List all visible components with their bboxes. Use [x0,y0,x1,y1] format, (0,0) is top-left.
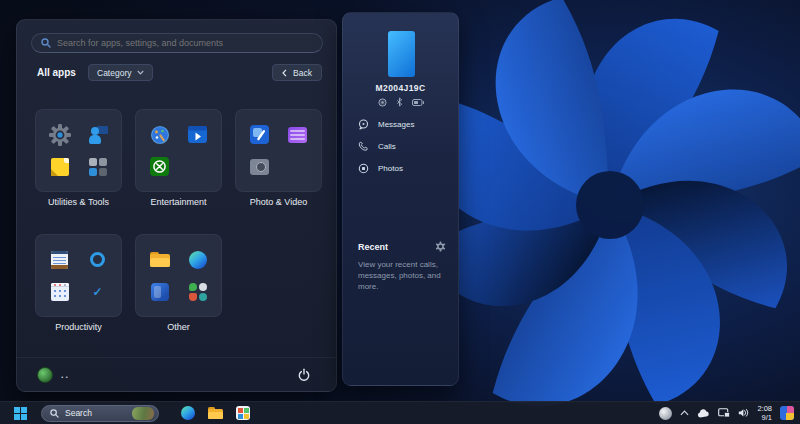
more-utilities-icons [86,155,110,179]
tile-label: Utilities & Tools [35,197,122,207]
taskbar-search[interactable]: Search [41,405,159,422]
battery-icon [412,99,424,106]
file-explorer-icon [148,248,172,272]
weather-tray-icon[interactable] [659,407,672,420]
signal-icon [378,98,387,107]
bing-daily-image-icon[interactable] [132,407,154,420]
start-button[interactable] [9,405,31,422]
quick-assist-icon [86,123,110,147]
taskbar-store-icon[interactable] [236,406,250,420]
phone-status-row [343,97,458,107]
photo-icon [358,163,369,174]
volume-icon[interactable] [738,408,749,418]
recent-header: Recent [358,241,446,252]
category-tile-entertainment[interactable] [135,109,222,192]
tile-label: Entertainment [135,197,222,207]
phone-icon [358,141,369,152]
phone-menu-label: Messages [378,120,414,129]
phone-menu-label: Photos [378,164,403,173]
tile-label: Other [135,322,222,332]
clock-time: 2:08 [757,404,772,413]
device-name: M2004J19C [343,83,458,93]
user-name[interactable]: .. [61,370,70,380]
chevron-down-icon [137,70,144,75]
search-icon [50,409,59,418]
phone-device-icon [388,31,415,77]
phone-menu-photos[interactable]: Photos [343,157,458,179]
category-tile-productivity[interactable]: ✓ [35,234,122,317]
category-tile-utilities-tools[interactable] [35,109,122,192]
cortana-icon [86,248,110,272]
corner-app-icon[interactable] [780,406,794,420]
category-dropdown[interactable]: Category [88,64,153,81]
hidden-icons-chevron[interactable] [680,410,689,416]
paint-icon [148,123,172,147]
clock-date: 9/1 [757,413,772,422]
search-icon [41,38,51,48]
onedrive-cloud-icon[interactable] [697,409,710,418]
calendar-icon [48,280,72,304]
tile-label: Photo & Video [235,197,322,207]
back-button[interactable]: Back [272,64,322,81]
edge-icon [186,248,210,272]
cast-display-icon[interactable] [718,408,730,418]
message-icon [358,119,369,130]
power-button[interactable] [292,364,316,386]
start-search-bar[interactable] [31,33,323,53]
recent-title: Recent [358,242,388,252]
category-tile-photo-video[interactable] [235,109,322,192]
start-menu-panel: All apps Category Back [16,19,337,392]
user-avatar[interactable] [37,367,53,383]
windows-logo-icon [14,407,27,420]
power-icon [297,368,311,382]
phone-menu-calls[interactable]: Calls [343,135,458,157]
taskbar: Search 2:08 9/1 [0,401,800,424]
xbox-icon [148,155,172,179]
taskbar-clock[interactable]: 2:08 9/1 [757,404,772,423]
back-button-label: Back [293,68,312,78]
notepad-icon [48,248,72,272]
tile-label: Productivity [35,322,122,332]
settings-icon [48,123,72,147]
chevron-left-icon [282,69,287,77]
taskbar-file-explorer-icon[interactable] [208,407,223,419]
gear-icon[interactable] [435,241,446,252]
store-window-icon [148,280,172,304]
category-tile-other[interactable] [135,234,222,317]
phone-menu-label: Calls [378,142,396,151]
video-editor-icon [286,123,310,147]
start-menu-footer: .. [17,357,336,391]
bluetooth-icon [396,97,403,107]
category-dropdown-label: Category [97,68,132,78]
sticky-notes-icon [48,155,72,179]
recent-description: View your recent calls, messages, photos… [358,259,448,293]
phone-menu: Messages Calls Photos [343,113,458,179]
camera-icon [248,155,272,179]
more-apps-icons [186,280,210,304]
phone-link-panel: M2004J19C Messages Calls [342,12,459,386]
all-apps-title: All apps [37,67,76,78]
photos-icon [248,123,272,147]
all-apps-header: All apps Category Back [17,64,336,84]
search-input[interactable] [57,38,313,48]
taskbar-search-label: Search [65,408,126,418]
todo-check-icon: ✓ [86,280,110,304]
taskbar-edge-icon[interactable] [181,406,195,420]
phone-menu-messages[interactable]: Messages [343,113,458,135]
movies-tv-icon [186,123,210,147]
